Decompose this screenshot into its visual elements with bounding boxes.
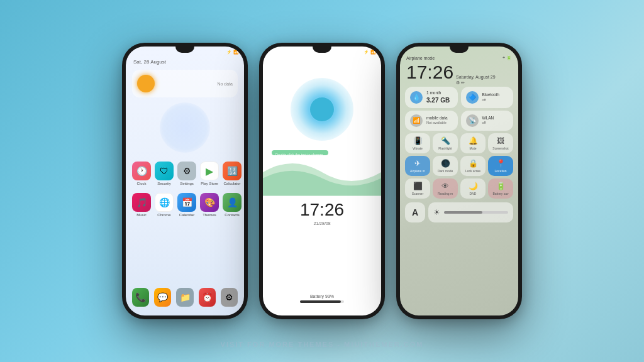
themes-icon: 🎨 <box>200 193 219 212</box>
btn-dnd[interactable]: 🌙 DND <box>460 178 486 199</box>
dock: 📞 💬 📁 ⏰ ⚙ <box>126 288 244 307</box>
settings-icon: ⚙ <box>177 162 196 180</box>
app-contacts[interactable]: 👤 Contacts <box>223 193 242 217</box>
phone-1-screen: ⚡ 📶 Sat, 28 August No data 🕐 Clock 🛡 Sec… <box>126 47 244 315</box>
lock-date: 21/28/08 <box>263 221 381 226</box>
dnd-icon: 🌙 <box>469 182 478 190</box>
dock-settings[interactable]: ⚙ <box>221 288 238 307</box>
app-calendar[interactable]: 📅 Calendar <box>177 193 196 217</box>
btn-airplane[interactable]: ✈ Airplane m <box>405 156 430 176</box>
dock-messages[interactable]: 💬 <box>154 288 171 307</box>
sun-core <box>310 97 334 121</box>
mute-icon: 🔔 <box>469 136 478 145</box>
wlan-icon: 📡 <box>466 114 479 127</box>
app-grid-row2: 🎵 Music 🌐 Chrome 📅 Calendar 🎨 Themes 👤 C… <box>126 189 244 221</box>
screenshot-icon: 🖼 <box>497 136 504 145</box>
btn-lockscreen[interactable]: 🔒 Lock scree <box>460 156 486 176</box>
airplane-mode-label: Airplane mode <box>406 56 435 60</box>
cc-quick-row1: 📳 Vibrate 🔦 Flashlight 🔔 Mute 🖼 Screensh… <box>400 133 518 156</box>
reading-icon: 👁 <box>441 182 449 190</box>
data-tile-text: 1 month 3.27 GB <box>426 90 450 104</box>
font-size-btn[interactable]: A <box>405 202 425 222</box>
app-clock[interactable]: 🕐 Clock <box>132 162 151 185</box>
btn-darkmode[interactable]: 🌑 Dark mode <box>433 156 458 176</box>
cc-quick-row2: ✈ Airplane m 🌑 Dark mode 🔒 Lock scree 📍 … <box>400 156 518 178</box>
dock-files[interactable]: 📁 <box>176 288 193 307</box>
btn-scanner[interactable]: ⬛ Scanner <box>405 178 430 199</box>
app-security[interactable]: 🛡 Security <box>155 162 174 185</box>
brightness-slider[interactable]: ☀ <box>428 202 513 222</box>
calculator-icon: 🔢 <box>223 162 242 180</box>
cc-time-row: 17:26 Saturday, August 29 ⚙ ✏ <box>400 63 518 87</box>
cc-status-icons: + 🔋 <box>502 55 512 60</box>
location-icon: 📍 <box>496 159 506 168</box>
cc-tile-bluetooth[interactable]: 🔷 Bluetooth off <box>461 87 514 107</box>
lock-time: 17:26 <box>263 200 381 220</box>
contacts-label: Contacts <box>225 213 240 217</box>
chrome-icon: 🌐 <box>155 193 174 212</box>
wave-container: Double-click the text to change the colo… <box>263 147 381 197</box>
music-icon: 🎵 <box>132 193 151 212</box>
app-calculator[interactable]: 🔢 Calculator <box>223 162 242 185</box>
wlan-text: WLAN off <box>482 116 494 126</box>
weather-widget[interactable]: No data <box>132 70 238 97</box>
phone-3-screen: Airplane mode + 🔋 17:26 Saturday, August… <box>400 47 518 315</box>
mobile-data-text: mobile data Not available <box>426 116 448 126</box>
battery-label: Battery 93% <box>263 294 381 299</box>
phone2-status-icons: ⚡ 📶 <box>364 50 376 55</box>
phone-1: ⚡ 📶 Sat, 28 August No data 🕐 Clock 🛡 Sec… <box>122 43 248 319</box>
btn-reading[interactable]: 👁 Reading m <box>433 178 458 199</box>
airplane-icon: ✈ <box>414 159 421 168</box>
cc-tiles-row2: 📶 mobile data Not available 📡 WLAN off <box>400 111 518 133</box>
lock-time-container: 17:26 21/28/08 <box>263 200 381 226</box>
lockscreen-icon: 🔒 <box>469 159 478 168</box>
app-playstore[interactable]: ▶ Play Store <box>200 162 219 185</box>
chrome-label: Chrome <box>157 213 170 217</box>
btn-vibrate[interactable]: 📳 Vibrate <box>405 133 430 153</box>
app-music[interactable]: 🎵 Music <box>132 193 151 217</box>
cc-bottom-row: A ☀ <box>400 201 518 224</box>
bluetooth-tile-text: Bluetooth off <box>482 92 499 102</box>
btn-flashlight[interactable]: 🔦 Flashlight <box>433 133 458 153</box>
themes-label: Themes <box>203 213 216 217</box>
calendar-icon: 📅 <box>177 193 196 212</box>
calendar-label: Calendar <box>179 213 194 217</box>
cc-edit-icon[interactable]: ⚙ ✏ <box>456 80 465 85</box>
scanner-icon: ⬛ <box>413 182 423 190</box>
status-icons: ⚡ 📶 <box>226 50 239 55</box>
chat-bubble: Double-click the text to change the colo… <box>272 150 328 155</box>
app-grid-row1: 🕐 Clock 🛡 Security ⚙ Settings ▶ Play Sto… <box>126 158 244 189</box>
mobile-data-icon: 📶 <box>410 114 423 127</box>
bluetooth-tile-icon: 🔷 <box>466 91 479 104</box>
phone-3: Airplane mode + 🔋 17:26 Saturday, August… <box>396 43 522 319</box>
btn-location[interactable]: 📍 Location <box>488 156 513 176</box>
dock-phone[interactable]: 📞 <box>132 288 149 307</box>
calculator-label: Calculator <box>223 182 240 185</box>
security-label: Security <box>157 182 171 185</box>
app-themes[interactable]: 🎨 Themes <box>200 193 219 217</box>
phone-2: ⚡ 📶 Double-click the text to change the … <box>259 43 385 319</box>
settings-label: Settings <box>180 182 194 185</box>
data-tile-icon: 💧 <box>410 91 423 104</box>
flashlight-icon: 🔦 <box>441 136 450 145</box>
cc-tile-data[interactable]: 💧 1 month 3.27 GB <box>405 87 458 107</box>
brightness-icon: ☀ <box>433 208 440 217</box>
app-settings[interactable]: ⚙ Settings <box>177 162 196 185</box>
cc-tiles-row1: 💧 1 month 3.27 GB 🔷 Bluetooth off <box>400 87 518 110</box>
cc-tile-wlan[interactable]: 📡 WLAN off <box>461 111 514 131</box>
brightness-bar <box>444 211 508 214</box>
app-chrome[interactable]: 🌐 Chrome <box>155 193 174 217</box>
contacts-icon: 👤 <box>223 193 242 212</box>
dock-clock[interactable]: ⏰ <box>199 288 216 307</box>
clock-label: Clock <box>136 182 146 185</box>
btn-screenshot[interactable]: 🖼 Screenshot <box>488 133 513 153</box>
music-label: Music <box>136 213 147 217</box>
btn-mute[interactable]: 🔔 Mute <box>460 133 486 153</box>
cc-date: Saturday, August 29 ⚙ ✏ <box>456 74 496 85</box>
battery-bar <box>300 300 344 303</box>
cc-tile-mobile-data[interactable]: 📶 mobile data Not available <box>405 111 458 131</box>
btn-battery-sav[interactable]: 🔋 Battery sav <box>488 178 513 199</box>
blob-area <box>126 102 244 153</box>
security-icon: 🛡 <box>155 162 174 180</box>
vibrate-icon: 📳 <box>413 136 423 145</box>
